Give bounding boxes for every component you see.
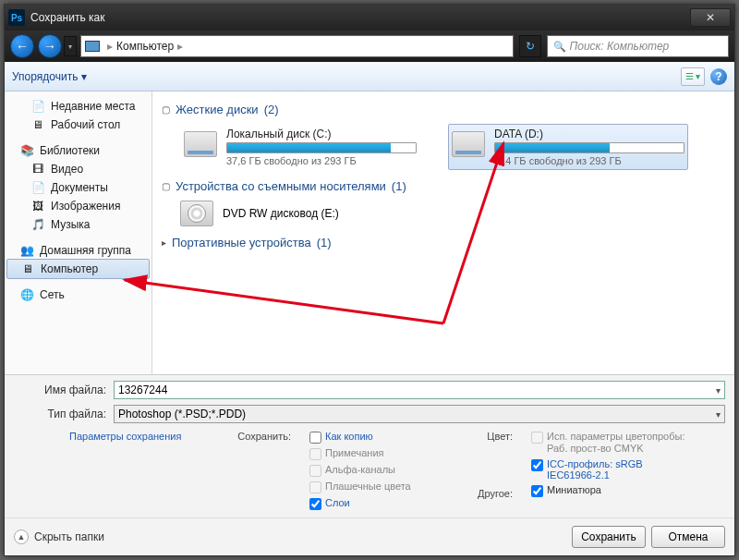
collapse-icon: ▸ bbox=[162, 237, 166, 248]
computer-icon bbox=[85, 41, 100, 52]
save-options: Параметры сохранения Сохранить: Как копи… bbox=[69, 431, 725, 510]
sidebar-item-recent[interactable]: 📄Недавние места bbox=[5, 97, 151, 116]
cancel-button[interactable]: Отмена bbox=[651, 526, 725, 548]
filetype-label: Тип файла: bbox=[14, 408, 106, 420]
chevron-down-icon: ▾ bbox=[81, 70, 87, 83]
filename-input[interactable]: 13267244▾ bbox=[114, 381, 725, 399]
color-label: Цвет: bbox=[466, 431, 513, 442]
filetype-combo[interactable]: Photoshop (*.PSD;*.PDD)▾ bbox=[114, 405, 725, 423]
toolbar: Упорядочить ▾ ☰ ▾ ? bbox=[5, 62, 734, 91]
view-options: ☰ ▾ ? bbox=[681, 67, 727, 86]
group-removable[interactable]: ▢ Устройства со съемными носителями (1) bbox=[162, 179, 725, 193]
group-portable[interactable]: ▸ Портативные устройства (1) bbox=[162, 236, 725, 250]
drive-d[interactable]: DATA (D:) 114 ГБ свободно из 293 ГБ bbox=[448, 124, 688, 170]
checkbox-spot bbox=[309, 481, 321, 493]
desktop-icon: 🖥 bbox=[30, 118, 45, 131]
computer-icon: 🖥 bbox=[20, 262, 35, 275]
save-as-dialog: Ps Сохранить как ✕ ← → ▾ ▸ Компьютер ▸ ↻… bbox=[4, 4, 735, 556]
checkbox-notes bbox=[309, 448, 321, 460]
sidebar-item-music[interactable]: 🎵Музыка bbox=[5, 215, 151, 234]
hide-folders-toggle[interactable]: ▲ Скрыть папки bbox=[14, 530, 104, 544]
navigation-bar: ← → ▾ ▸ Компьютер ▸ ↻ Поиск: Компьютер bbox=[5, 30, 734, 62]
checkbox-thumbnail[interactable] bbox=[531, 485, 543, 497]
hdd-icon bbox=[452, 131, 485, 157]
save-params-link[interactable]: Параметры сохранения bbox=[69, 431, 208, 442]
organize-button[interactable]: Упорядочить ▾ bbox=[12, 70, 87, 83]
dialog-buttons: ▲ Скрыть папки Сохранить Отмена bbox=[5, 517, 734, 555]
sidebar-group-libraries[interactable]: 📚Библиотеки bbox=[5, 141, 151, 160]
network-icon: 🌐 bbox=[19, 288, 34, 301]
drive-c[interactable]: Локальный диск (C:) 37,6 ГБ свободно из … bbox=[180, 124, 420, 170]
checkbox-layers[interactable] bbox=[309, 498, 321, 510]
file-list: ▢ Жесткие диски (2) Локальный диск (C:) … bbox=[152, 91, 734, 374]
checkbox-proof bbox=[531, 432, 543, 444]
checkbox-as-copy[interactable] bbox=[309, 432, 321, 444]
checkbox-alpha bbox=[309, 465, 321, 477]
other-label: Другое: bbox=[466, 488, 513, 499]
homegroup-icon: 👥 bbox=[19, 244, 34, 257]
document-icon: 📄 bbox=[30, 181, 45, 194]
save-button[interactable]: Сохранить bbox=[572, 526, 646, 548]
library-icon: 📚 bbox=[19, 144, 34, 157]
save-as-label: Сохранить: bbox=[226, 431, 291, 442]
history-dropdown[interactable]: ▾ bbox=[64, 36, 77, 56]
sidebar-item-images[interactable]: 🖼Изображения bbox=[5, 197, 151, 215]
sidebar-group-homegroup[interactable]: 👥Домашняя группа bbox=[5, 241, 151, 260]
refresh-button[interactable]: ↻ bbox=[519, 35, 541, 57]
forward-button[interactable]: → bbox=[38, 34, 62, 58]
breadcrumb-item[interactable]: Компьютер bbox=[116, 40, 174, 53]
search-input[interactable]: Поиск: Компьютер bbox=[547, 35, 729, 57]
hdd-icon bbox=[184, 131, 217, 157]
filename-label: Имя файла: bbox=[14, 383, 106, 396]
sidebar-item-documents[interactable]: 📄Документы bbox=[5, 178, 151, 197]
drive-dvd[interactable]: DVD RW дисковод (E:) bbox=[180, 201, 725, 226]
sidebar-item-video[interactable]: 🎞Видео bbox=[5, 160, 151, 178]
body-area: 📄Недавние места 🖥Рабочий стол 📚Библиотек… bbox=[5, 91, 734, 374]
sidebar-group-network[interactable]: 🌐Сеть bbox=[5, 286, 151, 304]
window-title: Сохранить как bbox=[30, 11, 690, 24]
sidebar-item-desktop[interactable]: 🖥Рабочий стол bbox=[5, 116, 151, 134]
sidebar-item-computer[interactable]: 🖥Компьютер bbox=[6, 259, 150, 279]
capacity-bar bbox=[226, 142, 417, 153]
collapse-icon: ▢ bbox=[162, 181, 170, 191]
close-button[interactable]: ✕ bbox=[690, 8, 731, 27]
navigation-sidebar: 📄Недавние места 🖥Рабочий стол 📚Библиотек… bbox=[5, 91, 152, 374]
group-hard-drives[interactable]: ▢ Жесткие диски (2) bbox=[162, 103, 725, 116]
help-button[interactable]: ? bbox=[710, 68, 727, 85]
dvd-icon bbox=[180, 201, 213, 226]
collapse-icon: ▢ bbox=[162, 104, 170, 115]
back-button[interactable]: ← bbox=[10, 34, 34, 58]
app-icon: Ps bbox=[8, 9, 25, 26]
video-icon: 🎞 bbox=[30, 163, 45, 176]
search-icon bbox=[553, 40, 570, 53]
view-mode-button[interactable]: ☰ ▾ bbox=[681, 67, 705, 86]
chevron-up-icon: ▲ bbox=[14, 530, 29, 544]
address-bar[interactable]: ▸ Компьютер ▸ bbox=[80, 35, 514, 57]
title-bar[interactable]: Ps Сохранить как ✕ bbox=[5, 5, 734, 30]
save-form: Имя файла: 13267244▾ Тип файла: Photosho… bbox=[5, 374, 734, 517]
checkbox-icc[interactable] bbox=[531, 459, 543, 471]
capacity-bar bbox=[494, 142, 684, 153]
music-icon: 🎵 bbox=[30, 218, 45, 231]
image-icon: 🖼 bbox=[30, 200, 45, 213]
recent-icon: 📄 bbox=[30, 100, 45, 113]
